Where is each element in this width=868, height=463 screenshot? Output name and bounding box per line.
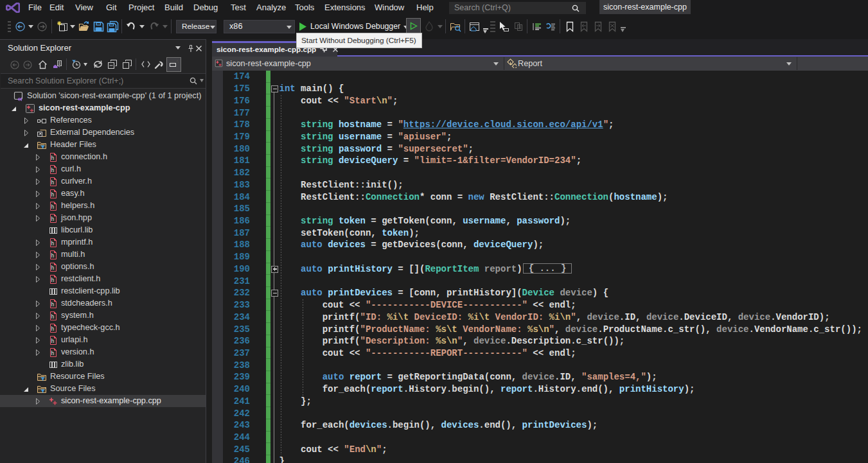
svg-text:h: h (51, 337, 55, 344)
svg-text:h: h (51, 276, 55, 283)
svg-text:h: h (51, 349, 55, 356)
svg-text:h: h (51, 313, 55, 319)
svg-text:h: h (51, 325, 55, 331)
svg-text:h: h (51, 301, 55, 307)
svg-text:h: h (51, 179, 55, 185)
svg-text:h: h (51, 252, 55, 258)
svg-text:h: h (51, 203, 55, 209)
svg-text:h: h (51, 154, 55, 161)
svg-text:h: h (51, 166, 55, 173)
svg-text:h: h (51, 191, 55, 197)
svg-text:h: h (51, 264, 55, 270)
svg-text:h: h (51, 240, 55, 246)
svg-text:h: h (51, 215, 55, 222)
